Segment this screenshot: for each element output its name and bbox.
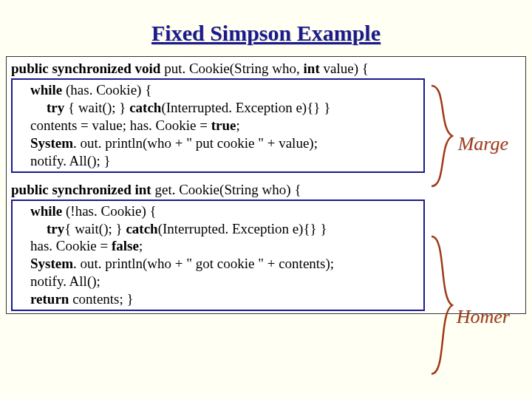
kw-system: System: [30, 256, 73, 271]
put-try-mid: { wait(); }: [64, 100, 129, 115]
kw-while: while: [30, 82, 62, 98]
get-return: return contents; }: [14, 290, 420, 308]
kw-try: try: [47, 221, 64, 236]
kw-false: false: [112, 238, 139, 253]
put-assign-pre: contents = value; has. Cookie =: [30, 117, 211, 133]
get-println-rest: . out. println(who + " got cookie " + co…: [73, 256, 334, 271]
put-while: while (has. Cookie) {: [14, 81, 420, 99]
get-assign-pre: has. Cookie =: [30, 238, 112, 253]
kw-true: true: [211, 117, 236, 133]
kw-system: System: [30, 135, 73, 151]
kw-try: try: [47, 100, 64, 115]
kw-while: while: [30, 203, 62, 219]
put-sig-post: value) {: [320, 61, 369, 76]
annotation-marge: Marge: [458, 133, 508, 155]
annotation-homer: Homer: [457, 306, 510, 328]
kw-public-sync-void: public synchronized void: [11, 61, 160, 76]
get-try-mid: { wait(); }: [64, 221, 126, 236]
spacer: [11, 174, 521, 181]
get-println: System. out. println(who + " got cookie …: [14, 255, 420, 273]
put-body-box: while (has. Cookie) { try { wait(); } ca…: [11, 78, 425, 173]
page-title: Fixed Simpson Example: [0, 21, 532, 46]
get-while: while (!has. Cookie) {: [14, 202, 420, 220]
put-println: System. out. println(who + " put cookie …: [14, 134, 420, 152]
put-assign-post: ;: [236, 117, 239, 133]
put-signature: public synchronized void put. Cookie(Str…: [11, 60, 521, 78]
kw-public-sync-int: public synchronized int: [11, 182, 151, 197]
get-assign: has. Cookie = false;: [14, 237, 420, 255]
kw-int: int: [304, 61, 320, 76]
get-assign-post: ;: [139, 238, 143, 253]
kw-catch: catch: [126, 221, 157, 236]
put-try: try { wait(); } catch(Interrupted. Excep…: [14, 99, 420, 117]
put-catch-rest: (Interrupted. Exception e){} }: [161, 100, 330, 115]
get-sig-mid: get. Cookie(String who) {: [151, 182, 301, 197]
get-try: try{ wait(); } catch(Interrupted. Except…: [14, 220, 420, 238]
code-container: public synchronized void put. Cookie(Str…: [6, 56, 526, 314]
get-notify: notify. All();: [14, 273, 420, 290]
get-return-rest: contents; }: [69, 291, 133, 307]
put-assign: contents = value; has. Cookie = true;: [14, 117, 420, 134]
get-signature: public synchronized int get. Cookie(Stri…: [11, 181, 521, 199]
get-body-box: while (!has. Cookie) { try{ wait(); } ca…: [11, 200, 425, 312]
put-while-rest: (has. Cookie) {: [62, 82, 151, 98]
get-catch-rest: (Interrupted. Exception e){} }: [158, 221, 327, 236]
put-notify: notify. All(); }: [14, 152, 420, 170]
get-while-rest: (!has. Cookie) {: [62, 203, 156, 219]
kw-catch: catch: [129, 100, 161, 115]
kw-return: return: [30, 291, 69, 307]
put-sig-mid: put. Cookie(String who,: [160, 61, 303, 76]
code-block: public synchronized void put. Cookie(Str…: [11, 60, 521, 311]
put-println-rest: . out. println(who + " put cookie " + va…: [73, 135, 318, 151]
